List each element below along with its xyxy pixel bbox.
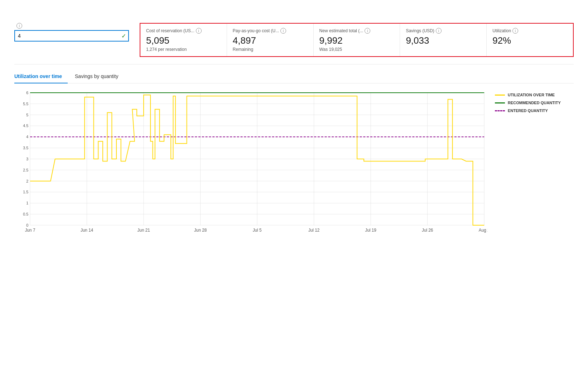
svg-text:Jul 26: Jul 26 <box>422 228 433 233</box>
metric-value: 92% <box>492 35 567 46</box>
metric-item-2: New estimated total (... i 9,992 Was 19,… <box>314 24 400 56</box>
svg-text:1: 1 <box>26 201 28 205</box>
svg-text:2: 2 <box>26 179 28 183</box>
metric-sub: Was 19,025 <box>319 47 394 52</box>
qty-input-wrapper: ✓ <box>14 30 129 42</box>
metric-value: 5,095 <box>146 35 221 46</box>
legend-label-0: UTILIZATION OVER TIME <box>508 93 555 97</box>
legend-label-2: ENTERED QUANTITY <box>508 108 548 113</box>
svg-text:3: 3 <box>26 157 28 161</box>
svg-text:Jul 5: Jul 5 <box>253 228 262 233</box>
tab-0[interactable]: Utilization over time <box>14 71 68 83</box>
svg-text:Jul 12: Jul 12 <box>308 228 319 233</box>
qty-info-icon[interactable]: i <box>16 23 22 29</box>
calculate-section: i ✓ Cost of reservation (US... i 5,095 1… <box>14 23 574 57</box>
metric-header: Savings (USD) i <box>406 28 481 34</box>
tab-1[interactable]: Savings by quantity <box>75 71 124 83</box>
legend: UTILIZATION OVER TIME RECOMMENDED QUANTI… <box>495 89 574 240</box>
metric-item-1: Pay-as-you-go cost (U... i 4,897 Remaini… <box>227 24 314 56</box>
metric-info-icon[interactable]: i <box>196 28 202 34</box>
metric-info-icon[interactable]: i <box>512 28 518 34</box>
svg-text:6: 6 <box>26 91 28 95</box>
metrics-box: Cost of reservation (US... i 5,095 1,274… <box>140 23 574 57</box>
metric-sub: Remaining <box>233 47 308 52</box>
metric-value: 9,992 <box>319 35 394 46</box>
legend-item-0: UTILIZATION OVER TIME <box>495 93 574 97</box>
divider <box>14 64 574 64</box>
legend-line-1 <box>495 102 505 103</box>
legend-label-1: RECOMMENDED QUANTITY <box>508 101 561 105</box>
check-icon: ✓ <box>121 33 126 39</box>
svg-text:2.5: 2.5 <box>23 168 28 172</box>
chart-area: 00.511.522.533.544.555.56Jun 7Jun 14Jun … <box>14 89 574 240</box>
svg-text:5.5: 5.5 <box>23 102 28 106</box>
chart-container: 00.511.522.533.544.555.56Jun 7Jun 14Jun … <box>14 89 488 240</box>
metric-info-icon[interactable]: i <box>365 28 370 34</box>
qty-label: i <box>14 23 129 29</box>
metric-item-3: Savings (USD) i 9,033 <box>400 24 487 56</box>
metric-header: Pay-as-you-go cost (U... i <box>233 28 308 34</box>
svg-text:Jun 7: Jun 7 <box>25 228 35 233</box>
metric-info-icon[interactable]: i <box>436 28 442 34</box>
svg-text:5: 5 <box>26 113 28 117</box>
metric-value: 9,033 <box>406 35 481 46</box>
qty-input[interactable] <box>14 30 129 42</box>
svg-text:0.5: 0.5 <box>23 212 28 216</box>
svg-text:Jun 21: Jun 21 <box>137 228 150 233</box>
metric-header: New estimated total (... i <box>319 28 394 34</box>
svg-text:3.5: 3.5 <box>23 146 28 150</box>
metric-item-0: Cost of reservation (US... i 5,095 1,274… <box>140 24 227 56</box>
legend-line-0 <box>495 95 505 96</box>
metric-info-icon[interactable]: i <box>280 28 286 34</box>
svg-text:Jun 28: Jun 28 <box>194 228 207 233</box>
metric-value: 4,897 <box>233 35 308 46</box>
metric-sub: 1,274 per reservation <box>146 47 221 52</box>
legend-item-1: RECOMMENDED QUANTITY <box>495 101 574 105</box>
metric-item-4: Utilization i 92% <box>487 24 573 56</box>
svg-text:1.5: 1.5 <box>23 190 28 194</box>
svg-text:4.5: 4.5 <box>23 124 28 128</box>
chart-svg: 00.511.522.533.544.555.56Jun 7Jun 14Jun … <box>14 89 488 240</box>
tabs: Utilization over timeSavings by quantity <box>14 70 574 83</box>
metric-header: Utilization i <box>492 28 567 34</box>
svg-text:4: 4 <box>26 135 28 139</box>
metric-header: Cost of reservation (US... i <box>146 28 221 34</box>
input-group: i ✓ <box>14 23 129 42</box>
svg-text:Jul 19: Jul 19 <box>365 228 377 233</box>
legend-item-2: ENTERED QUANTITY <box>495 108 574 113</box>
svg-text:Jun 14: Jun 14 <box>81 228 93 233</box>
svg-text:0: 0 <box>26 223 28 227</box>
svg-text:Aug 2: Aug 2 <box>479 228 488 233</box>
legend-line-2 <box>495 110 505 111</box>
